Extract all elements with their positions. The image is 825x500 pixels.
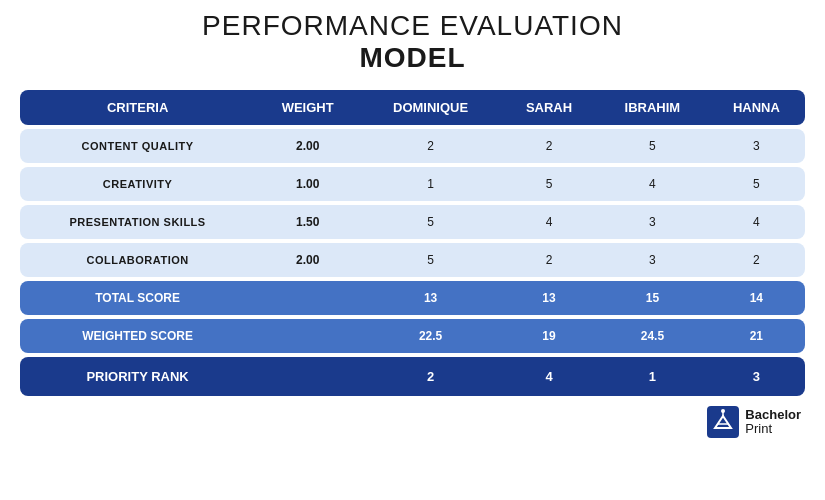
data-cell-3-3: 2 [501,243,597,277]
weighted-cell-5: 21 [708,319,805,353]
weighted-cell-4: 24.5 [597,319,708,353]
priority-cell-2: 2 [360,357,501,396]
header-dominique: Dominique [360,90,501,125]
logo-bachelor: Bachelor [745,408,801,422]
total-cell-4: 15 [597,281,708,315]
weighted-cell-3: 19 [501,319,597,353]
table-row: PRESENTATION SKILLS1.505434 [20,205,805,239]
data-cell-3-5: 2 [708,243,805,277]
header-sarah: Sarah [501,90,597,125]
data-cell-1-5: 5 [708,167,805,201]
data-cell-0-4: 5 [597,129,708,163]
total-score-row: TOTAL SCORE13131514 [20,281,805,315]
priority-cell-0: PRIORITY RANK [20,357,255,396]
header-weight: WEIGHT [255,90,360,125]
logo-box: Bachelor Print [707,406,801,438]
data-cell-0-1: 2.00 [255,129,360,163]
data-cell-1-0: CREATIVITY [20,167,255,201]
data-cell-3-1: 2.00 [255,243,360,277]
data-cell-0-2: 2 [360,129,501,163]
data-cell-0-3: 2 [501,129,597,163]
data-cell-3-0: COLLABORATION [20,243,255,277]
header-hanna: Hanna [708,90,805,125]
header-row: CRITERIA WEIGHT Dominique Sarah Ibrahim … [20,90,805,125]
header-criteria: CRITERIA [20,90,255,125]
data-cell-2-4: 3 [597,205,708,239]
table-row: CONTENT QUALITY2.002253 [20,129,805,163]
data-cell-0-5: 3 [708,129,805,163]
table-row: CREATIVITY1.001545 [20,167,805,201]
footer-logo: Bachelor Print [20,406,805,438]
data-cell-2-5: 4 [708,205,805,239]
weighted-cell-1 [255,319,360,353]
priority-rank-row: PRIORITY RANK2413 [20,357,805,396]
priority-cell-5: 3 [708,357,805,396]
data-cell-1-3: 5 [501,167,597,201]
total-cell-1 [255,281,360,315]
evaluation-table: CRITERIA WEIGHT Dominique Sarah Ibrahim … [20,86,805,400]
logo-text: Bachelor Print [745,408,801,437]
data-cell-1-4: 4 [597,167,708,201]
title-line2: MODEL [202,42,623,74]
total-cell-0: TOTAL SCORE [20,281,255,315]
total-cell-2: 13 [360,281,501,315]
data-cell-1-1: 1.00 [255,167,360,201]
data-cell-2-2: 5 [360,205,501,239]
priority-cell-4: 1 [597,357,708,396]
total-cell-3: 13 [501,281,597,315]
data-cell-3-4: 3 [597,243,708,277]
table-wrapper: CRITERIA WEIGHT Dominique Sarah Ibrahim … [20,86,805,400]
header-ibrahim: Ibrahim [597,90,708,125]
weighted-score-row: WEIGHTED SCORE22.51924.521 [20,319,805,353]
data-cell-3-2: 5 [360,243,501,277]
priority-cell-3: 4 [501,357,597,396]
priority-cell-1 [255,357,360,396]
title-section: PERFORMANCE EVALUATION MODEL [202,10,623,74]
svg-point-1 [721,409,725,413]
data-cell-0-0: CONTENT QUALITY [20,129,255,163]
weighted-cell-2: 22.5 [360,319,501,353]
data-cell-2-0: PRESENTATION SKILLS [20,205,255,239]
title-line1: PERFORMANCE EVALUATION [202,10,623,42]
table-row: COLLABORATION2.005232 [20,243,805,277]
data-cell-2-1: 1.50 [255,205,360,239]
bachelor-print-icon [707,406,739,438]
weighted-cell-0: WEIGHTED SCORE [20,319,255,353]
data-cell-1-2: 1 [360,167,501,201]
data-cell-2-3: 4 [501,205,597,239]
logo-print: Print [745,422,801,436]
total-cell-5: 14 [708,281,805,315]
